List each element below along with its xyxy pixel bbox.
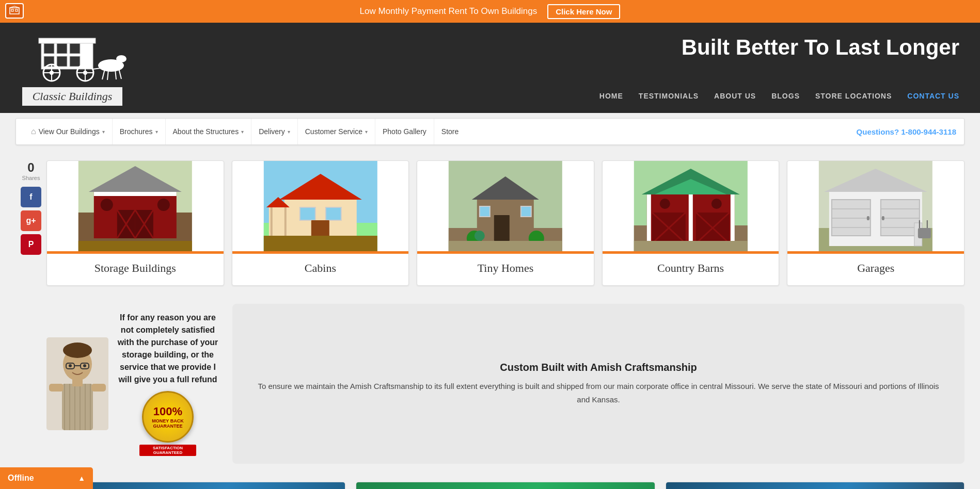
svg-point-23 — [116, 55, 127, 62]
svg-rect-89 — [881, 200, 920, 236]
svg-point-111 — [63, 343, 92, 358]
chevron-icon: ▾ — [102, 129, 105, 135]
nav-store-locations[interactable]: STORE LOCATIONS — [815, 92, 892, 100]
svg-rect-61 — [480, 206, 490, 217]
svg-line-28 — [119, 69, 121, 79]
svg-rect-50 — [299, 207, 315, 220]
googleplus-button[interactable]: g+ — [21, 210, 41, 231]
amish-text: To ensure we maintain the Amish Craftsma… — [253, 380, 944, 406]
sub-nav-about-structures[interactable]: About the Structures ▾ — [166, 119, 252, 144]
guarantee-person-image — [46, 337, 108, 430]
sub-nav-delivery[interactable]: Delivery ▾ — [251, 119, 298, 144]
chevron-icon: ▾ — [241, 129, 244, 135]
chevron-icon: ▾ — [288, 129, 290, 135]
svg-line-25 — [102, 69, 105, 79]
logo-area: Classic Buildings — [10, 30, 134, 106]
main-nav: HOME TESTIMONIALS ABOUT US BLOGS STORE L… — [599, 92, 959, 100]
svg-rect-2 — [15, 9, 18, 11]
guarantee-text-area: If for any reason you are not completely… — [114, 312, 222, 456]
click-here-button[interactable]: Click Here Now — [547, 4, 620, 19]
svg-rect-7 — [57, 43, 67, 54]
svg-rect-117 — [72, 379, 83, 386]
svg-rect-119 — [91, 384, 106, 392]
svg-rect-43 — [78, 241, 192, 251]
nav-blogs[interactable]: BLOGS — [771, 92, 800, 100]
svg-rect-118 — [49, 384, 64, 392]
offline-bar[interactable]: Offline ▲ — [0, 467, 93, 489]
svg-rect-83 — [634, 241, 748, 251]
svg-rect-12 — [39, 38, 96, 43]
nav-contact-us[interactable]: CONTACT US — [907, 92, 959, 100]
logo-text: Classic Buildings — [33, 90, 113, 103]
share-label: Shares — [22, 175, 40, 181]
svg-rect-103 — [62, 384, 93, 430]
chevron-icon: ▾ — [155, 129, 158, 135]
cabins-title: Cabins — [232, 254, 409, 285]
share-count: 0 Shares — [22, 160, 40, 181]
svg-rect-51 — [325, 207, 341, 220]
buildings-grid: Storage Buildings — [46, 150, 965, 296]
nav-testimonials[interactable]: TESTIMONIALS — [639, 92, 699, 100]
svg-rect-10 — [57, 56, 67, 67]
tiny-homes-title: Tiny Homes — [417, 254, 594, 285]
guarantee-section: If for any reason you are not completely… — [46, 304, 222, 464]
svg-rect-74 — [689, 194, 693, 243]
svg-point-82 — [712, 199, 722, 209]
svg-rect-60 — [494, 215, 510, 241]
facebook-button[interactable]: f — [21, 187, 41, 207]
header: Classic Buildings Built Better To Last L… — [0, 23, 980, 113]
pinterest-button[interactable]: P — [21, 234, 41, 255]
svg-rect-97 — [882, 216, 884, 220]
sub-nav-brochures[interactable]: Brochures ▾ — [113, 119, 166, 144]
svg-point-81 — [660, 199, 670, 209]
building-card-storage[interactable]: Storage Buildings — [46, 160, 224, 286]
badge-100-text: 100% — [153, 405, 182, 418]
chevron-icon: ▾ — [365, 129, 368, 135]
brochure-item-3[interactable] — [666, 482, 965, 489]
country-barns-image — [603, 161, 779, 251]
offline-chevron-icon: ▲ — [78, 474, 85, 482]
garages-title: Garages — [787, 254, 964, 285]
main-content: 0 Shares f g+ P — [0, 150, 980, 296]
svg-point-41 — [157, 199, 170, 211]
offline-label: Offline — [8, 474, 34, 483]
sub-nav-customer-service[interactable]: Customer Service ▾ — [298, 119, 375, 144]
amish-box: Custom Built with Amish Craftsmanship To… — [232, 304, 965, 464]
svg-rect-8 — [70, 43, 80, 54]
building-card-country-barns[interactable]: Country Barns — [602, 160, 780, 286]
sub-nav-view-buildings[interactable]: ⌂ View Our Buildings ▾ — [24, 119, 113, 144]
storage-title: Storage Buildings — [47, 254, 224, 285]
share-number: 0 — [22, 160, 40, 175]
building-card-cabins[interactable]: Cabins — [232, 160, 409, 286]
svg-rect-55 — [263, 236, 377, 251]
sub-nav-store[interactable]: Store — [434, 119, 466, 144]
svg-rect-88 — [832, 200, 871, 236]
svg-rect-99 — [918, 228, 931, 238]
guarantee-text: If for any reason you are not completely… — [114, 312, 222, 386]
lower-section: If for any reason you are not completely… — [0, 296, 980, 471]
svg-rect-6 — [44, 43, 54, 54]
country-barns-title: Country Barns — [603, 254, 779, 285]
building-card-garages[interactable]: Garages — [787, 160, 965, 286]
building-card-tiny-homes[interactable]: Tiny Homes — [417, 160, 594, 286]
sub-nav: ⌂ View Our Buildings ▾ Brochures ▾ About… — [15, 118, 965, 145]
svg-rect-62 — [521, 206, 531, 217]
svg-rect-42 — [94, 192, 177, 196]
top-banner: Low Monthly Payment Rent To Own Building… — [0, 0, 980, 23]
svg-point-65 — [475, 231, 485, 241]
header-right: Built Better To Last Longer HOME TESTIMO… — [155, 28, 959, 108]
social-sidebar: 0 Shares f g+ P — [15, 150, 46, 296]
badge-money-text: MONEY BACKGUARANTEE — [152, 418, 183, 429]
banner-text: Low Monthly Payment Rent To Own Building… — [360, 6, 538, 17]
nav-home[interactable]: HOME — [599, 92, 623, 100]
svg-rect-11 — [70, 56, 80, 67]
header-tagline: Built Better To Last Longer — [682, 36, 959, 59]
brochure-section — [0, 474, 980, 489]
amish-title: Custom Built with Amish Craftsmanship — [253, 362, 944, 373]
brochure-item-2[interactable] — [356, 482, 655, 489]
nav-about-us[interactable]: ABOUT US — [714, 92, 756, 100]
cabins-image — [232, 161, 409, 251]
sub-nav-photo-gallery[interactable]: Photo Gallery — [375, 119, 434, 144]
sub-nav-phone[interactable]: Questions? 1-800-944-3118 — [846, 127, 956, 136]
garages-image — [787, 161, 964, 251]
